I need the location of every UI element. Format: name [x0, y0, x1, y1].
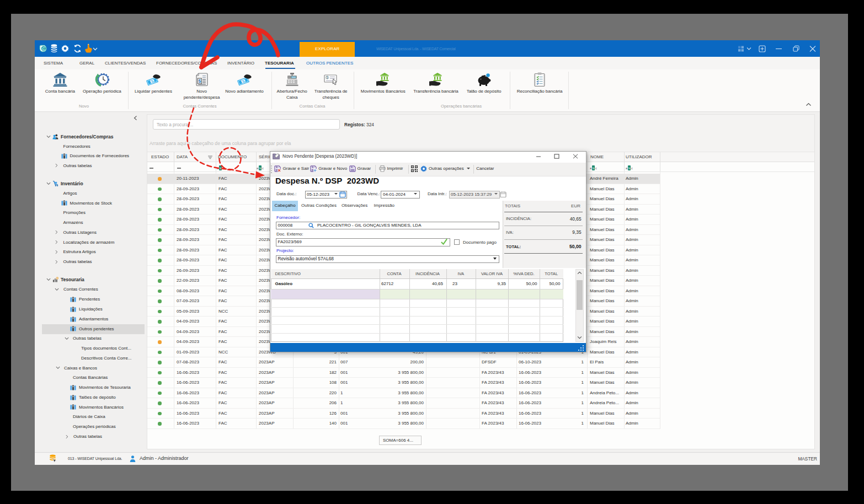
svg-text:C: C [42, 47, 45, 51]
svg-text:b: b [628, 167, 630, 170]
svg-text:a: a [257, 167, 259, 170]
svg-text:a: a [626, 167, 628, 170]
svg-text:b: b [220, 167, 221, 170]
svg-text:c: c [595, 167, 597, 170]
svg-text:$: $ [326, 76, 328, 79]
svg-text:a: a [590, 167, 592, 170]
svg-text:b: b [593, 167, 594, 170]
svg-text:$: $ [198, 78, 201, 84]
svg-text:b: b [259, 167, 261, 170]
svg-text:c: c [222, 167, 224, 170]
svg-text:c: c [631, 167, 633, 170]
svg-text:a: a [217, 167, 219, 170]
svg-text:c: c [262, 167, 264, 170]
